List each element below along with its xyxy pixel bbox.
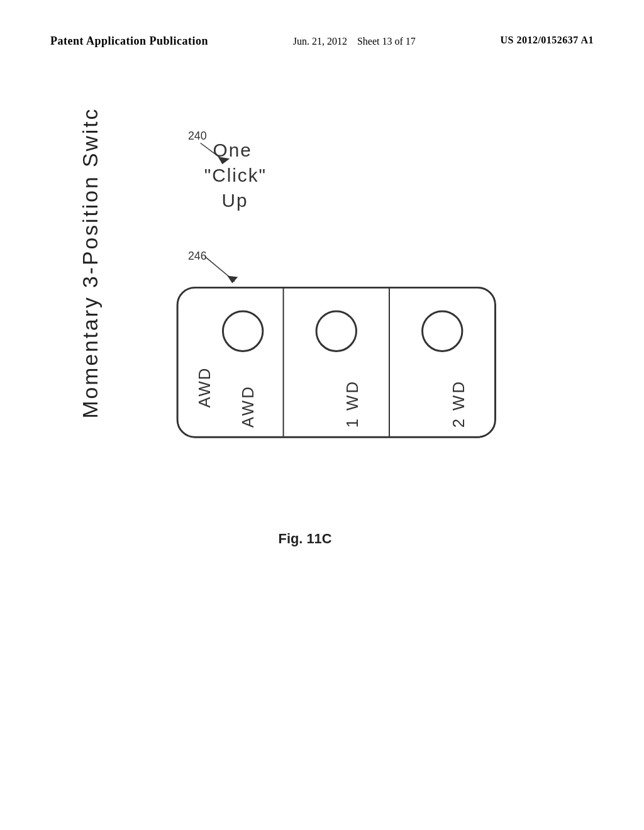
svg-marker-6: [218, 157, 230, 164]
page-header: Patent Application Publication Jun. 21, …: [0, 35, 644, 48]
svg-line-5: [201, 143, 226, 162]
header-left: Patent Application Publication: [50, 35, 208, 48]
svg-text:246: 246: [188, 250, 207, 262]
svg-text:Momentary 3-Position Switch: Momentary 3-Position Switch: [79, 107, 102, 418]
svg-text:Fig. 11C: Fig. 11C: [279, 531, 332, 546]
svg-text:2 WD: 2 WD: [450, 380, 467, 428]
svg-marker-9: [227, 276, 238, 284]
svg-text:1 WD: 1 WD: [343, 380, 361, 428]
svg-text:AWD: AWD: [239, 385, 257, 428]
svg-point-16: [423, 311, 462, 351]
header-right: US 2012/0152637 A1: [500, 35, 594, 46]
svg-rect-10: [177, 287, 495, 437]
svg-text:AWD: AWD: [196, 367, 213, 408]
main-content: Momentary 3-Position Switch One "Click" …: [38, 107, 606, 792]
svg-text:One: One: [213, 140, 252, 160]
svg-text:Up: Up: [221, 190, 248, 211]
header-center: Jun. 21, 2012 Sheet 13 of 17: [293, 35, 416, 48]
svg-text:"Click": "Click": [204, 165, 267, 185]
svg-text:240: 240: [188, 130, 207, 142]
svg-line-8: [205, 257, 235, 282]
svg-point-15: [316, 311, 356, 351]
svg-point-13: [223, 311, 262, 351]
